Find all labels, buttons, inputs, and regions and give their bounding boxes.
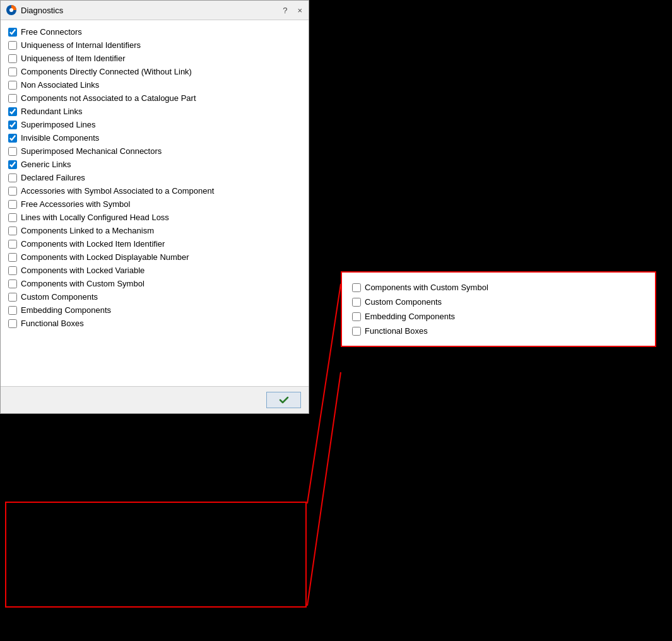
checkbox-item[interactable]: Components with Custom Symbol: [8, 277, 301, 290]
checkbox-input-cb6[interactable]: [8, 94, 17, 103]
checkbox-input-cb23[interactable]: [8, 319, 17, 328]
checkbox-label-cb20: Components with Custom Symbol: [21, 279, 144, 288]
checkbox-label-cb16: Components Linked to a Mechanism: [21, 226, 154, 235]
checkbox-label-cb4: Components Directly Connected (Without L…: [21, 67, 192, 76]
title-buttons: ? ×: [281, 6, 304, 15]
zoom-checkbox-input-zcb2[interactable]: [352, 298, 361, 307]
zoom-checkbox-label-zcb1: Components with Custom Symbol: [365, 283, 488, 292]
checkbox-item[interactable]: Free Accessories with Symbol: [8, 197, 301, 211]
checkbox-label-cb15: Lines with Locally Configured Head Loss: [21, 213, 169, 222]
zoom-checkbox-input-zcb1[interactable]: [352, 283, 361, 292]
checkbox-label-cb13: Accessories with Symbol Associated to a …: [21, 186, 214, 196]
checkbox-item[interactable]: Uniqueness of Item Identifier: [8, 52, 301, 65]
zoom-checkbox-label-zcb3: Embedding Components: [365, 312, 455, 321]
zoom-checkbox-list: Components with Custom SymbolCustom Comp…: [352, 280, 645, 338]
checkbox-label-cb2: Uniqueness of Internal Identifiers: [21, 40, 141, 50]
checkbox-label-cb17: Components with Locked Item Identifier: [21, 239, 165, 249]
checkbox-input-cb2[interactable]: [8, 41, 17, 50]
checkbox-input-cb15[interactable]: [8, 213, 17, 222]
help-button[interactable]: ?: [281, 6, 288, 15]
checkmark-icon: [279, 395, 289, 405]
checkbox-list: Free ConnectorsUniqueness of Internal Id…: [8, 25, 301, 330]
checkbox-label-cb11: Generic Links: [21, 160, 71, 169]
zoom-checkbox-item[interactable]: Embedding Components: [352, 309, 645, 324]
checkbox-item[interactable]: Accessories with Symbol Associated to a …: [8, 184, 301, 197]
checkbox-item[interactable]: Custom Components: [8, 290, 301, 303]
checkbox-item[interactable]: Components Linked to a Mechanism: [8, 224, 301, 237]
checkbox-item[interactable]: Redundant Links: [8, 105, 301, 118]
close-button[interactable]: ×: [296, 6, 304, 15]
zoom-checkbox-label-zcb2: Custom Components: [365, 297, 442, 307]
checkbox-item[interactable]: Generic Links: [8, 158, 301, 171]
checkbox-input-cb1[interactable]: [8, 28, 17, 37]
ok-button[interactable]: [266, 392, 301, 408]
zoom-checkbox-item[interactable]: Components with Custom Symbol: [352, 280, 645, 295]
checkbox-item[interactable]: Lines with Locally Configured Head Loss: [8, 211, 301, 224]
checkbox-label-cb7: Redundant Links: [21, 107, 83, 116]
checkbox-label-cb3: Uniqueness of Item Identifier: [21, 54, 125, 63]
checkbox-input-cb22[interactable]: [8, 306, 17, 315]
checkbox-item[interactable]: Declared Failures: [8, 171, 301, 184]
checkbox-item[interactable]: Components with Locked Item Identifier: [8, 237, 301, 250]
checkbox-input-cb12[interactable]: [8, 173, 17, 182]
checkbox-input-cb21[interactable]: [8, 293, 17, 302]
checkbox-input-cb20[interactable]: [8, 279, 17, 288]
checkbox-label-cb19: Components with Locked Variable: [21, 266, 144, 275]
checkbox-label-cb12: Declared Failures: [21, 173, 85, 182]
checkbox-input-cb11[interactable]: [8, 160, 17, 169]
checkbox-item[interactable]: Superimposed Mechanical Connectors: [8, 144, 301, 158]
checkbox-input-cb3[interactable]: [8, 54, 17, 63]
zoom-checkbox-label-zcb4: Functional Boxes: [365, 326, 428, 336]
checkbox-item[interactable]: Components not Associated to a Catalogue…: [8, 91, 301, 105]
zoom-checkbox-item[interactable]: Custom Components: [352, 295, 645, 309]
zoom-checkbox-input-zcb4[interactable]: [352, 327, 361, 336]
zoom-checkbox-item[interactable]: Functional Boxes: [352, 324, 645, 338]
diagnostics-dialog: Diagnostics ? × Free ConnectorsUniquenes…: [0, 0, 309, 414]
checkbox-input-cb16[interactable]: [8, 226, 17, 235]
checkbox-input-cb8[interactable]: [8, 121, 17, 129]
checkbox-input-cb9[interactable]: [8, 134, 17, 143]
bottom-highlight-box: [5, 502, 307, 608]
checkbox-label-cb9: Invisible Components: [21, 133, 99, 143]
checkbox-item[interactable]: Invisible Components: [8, 131, 301, 144]
checkbox-item[interactable]: Functional Boxes: [8, 317, 301, 330]
checkbox-item[interactable]: Superimposed Lines: [8, 118, 301, 131]
title-left: Diagnostics: [6, 4, 63, 16]
checkbox-item[interactable]: Components with Locked Variable: [8, 264, 301, 277]
checkbox-input-cb10[interactable]: [8, 147, 17, 156]
checkbox-item[interactable]: Embedding Components: [8, 303, 301, 317]
dialog-body: Free ConnectorsUniqueness of Internal Id…: [1, 20, 309, 386]
checkbox-label-cb23: Functional Boxes: [21, 319, 84, 328]
checkbox-input-cb5[interactable]: [8, 81, 17, 90]
checkbox-input-cb4[interactable]: [8, 68, 17, 76]
checkbox-input-cb19[interactable]: [8, 266, 17, 275]
checkbox-input-cb18[interactable]: [8, 253, 17, 262]
zoom-checkbox-input-zcb3[interactable]: [352, 312, 361, 321]
checkbox-input-cb7[interactable]: [8, 107, 17, 116]
checkbox-item[interactable]: Free Connectors: [8, 25, 301, 38]
checkbox-label-cb8: Superimposed Lines: [21, 120, 96, 129]
checkbox-input-cb14[interactable]: [8, 200, 17, 209]
dialog-titlebar: Diagnostics ? ×: [1, 1, 309, 20]
dialog-title: Diagnostics: [21, 6, 63, 15]
checkbox-label-cb14: Free Accessories with Symbol: [21, 199, 130, 209]
checkbox-label-cb22: Embedding Components: [21, 305, 111, 315]
svg-point-3: [9, 8, 13, 12]
checkbox-item[interactable]: Uniqueness of Internal Identifiers: [8, 38, 301, 52]
checkbox-label-cb10: Superimposed Mechanical Connectors: [21, 146, 162, 156]
app-icon: [6, 4, 17, 16]
checkbox-item[interactable]: Non Associated Links: [8, 78, 301, 91]
checkbox-input-cb17[interactable]: [8, 240, 17, 249]
checkbox-label-cb18: Components with Locked Displayable Numbe…: [21, 252, 189, 262]
svg-line-0: [307, 284, 341, 503]
checkbox-item[interactable]: Components Directly Connected (Without L…: [8, 65, 301, 78]
dialog-footer: [1, 386, 309, 413]
checkbox-label-cb1: Free Connectors: [21, 27, 82, 37]
checkbox-label-cb6: Components not Associated to a Catalogue…: [21, 93, 196, 103]
checkbox-item[interactable]: Components with Locked Displayable Numbe…: [8, 250, 301, 264]
checkbox-label-cb21: Custom Components: [21, 292, 98, 302]
zoom-panel: Components with Custom SymbolCustom Comp…: [341, 271, 656, 347]
checkbox-label-cb5: Non Associated Links: [21, 80, 99, 90]
checkbox-input-cb13[interactable]: [8, 187, 17, 196]
svg-line-1: [307, 372, 341, 606]
